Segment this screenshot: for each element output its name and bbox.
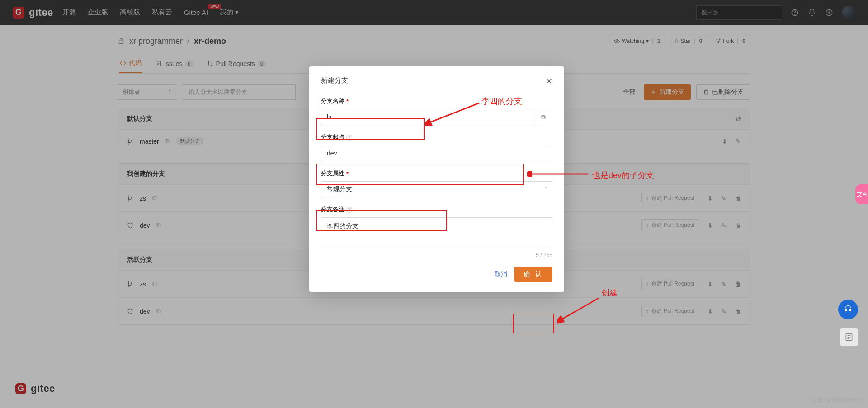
char-count: 5 / 255 [321,252,552,258]
required-star: * [346,170,349,177]
label-branch-attr: 分支属性 [321,169,344,178]
copy-button[interactable]: ⧉ [534,109,552,125]
label-branch-note: 分支备注 [321,206,344,214]
branch-name-input[interactable] [321,109,534,125]
help-icon[interactable]: ? [346,135,352,141]
chevron-down-icon: ˅ [544,186,547,192]
float-support-icon[interactable] [838,300,858,319]
confirm-button[interactable]: 确 认 [514,267,552,282]
label-start-point: 分支起点 [321,133,344,141]
branch-attr-select[interactable] [321,181,552,197]
close-icon[interactable]: ✕ [546,76,552,86]
branch-note-textarea[interactable] [321,217,552,249]
float-translate-icon[interactable]: 文A [855,184,868,204]
float-feedback-icon[interactable] [840,328,858,346]
start-point-input[interactable] [321,145,552,161]
watermark: CSDN @惜若奔已 [812,396,863,404]
new-branch-modal: 新建分支 ✕ 分支名称* ⧉ 分支起点? 分支属性* ˅ 分支备注? 5 / 2… [309,66,564,292]
cancel-button[interactable]: 取消 [495,270,507,278]
modal-title: 新建分支 [321,76,348,86]
help-icon[interactable]: ? [346,207,352,213]
label-branch-name: 分支名称 [321,97,344,105]
required-star: * [346,98,349,105]
